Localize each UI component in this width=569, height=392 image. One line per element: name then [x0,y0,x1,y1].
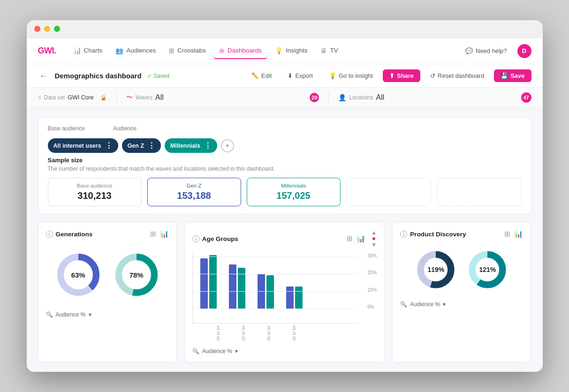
nav-item-dashboards[interactable]: ⊕ Dashboards [213,43,267,59]
minimize-button[interactable] [44,26,50,32]
location-icon: 👤 [338,94,346,101]
bar-16-24-blue[interactable] [200,258,208,309]
waves-icon: 〜 [126,93,133,102]
dashboard-header: ← Demographics dashboard ✓ Saved ✏️ Edit… [27,64,543,88]
gridline-20 [193,274,358,274]
main-content: Base audience Audience All internet user… [27,108,543,372]
locations-label: Locations [349,94,373,101]
sample-size-title: Sample size [48,157,522,164]
dashboard-title: Demographics dashboard [55,72,142,80]
reset-dashboard-button[interactable]: ↺ Reset dashboard [424,69,490,83]
product-chart-view-icon[interactable]: 📊 [514,230,523,238]
sample-cards: Base audience 310,213 Gen Z 153,188 Mill… [48,178,522,206]
lock-icon: 🔒 [100,95,107,101]
filter-divider-1 [116,93,117,102]
share-button[interactable]: ⬆ Share [383,69,420,82]
nav-item-tv[interactable]: 🖥 TV [315,43,343,59]
dataset-value: GWI Core [68,94,94,101]
scroll-down-arrow[interactable]: ▼ [371,242,377,248]
sample-millennials-value: 157,025 [254,190,334,201]
bar-25-34-blue[interactable] [229,264,236,309]
maximize-button[interactable] [54,26,60,32]
product-table-view-icon[interactable]: ⊞ [504,230,510,238]
dataset-filter[interactable]: ≡ Data set GWI Core 🔒 [38,94,107,101]
need-help-button[interactable]: 💬 Need help? [461,45,512,57]
donut-genz-label: 63% [71,271,85,279]
y-label-10: 10% [367,287,377,293]
reset-icon: ↺ [430,72,435,79]
nav-item-crosstabs[interactable]: ⊞ Crosstabs [163,43,212,59]
donut-millennials-label: 78% [129,271,144,279]
x-label-45-54: 45 to 54 [278,324,296,342]
app-body: GWI. 📊 Charts 👥 Audiences ⊞ Crosstabs ⊕ … [27,38,543,372]
chart-generations-title: i Generations [46,231,93,238]
locations-filter[interactable]: 👤 Locations All 47 [338,92,531,103]
dashboards-icon: ⊕ [219,47,225,54]
sample-genz-value: 153,188 [154,190,234,201]
go-to-insight-button[interactable]: 💡 Go to insight [323,69,379,83]
chart-product-footer[interactable]: 🔍 Audience % ▾ [400,301,523,308]
bar-group-16-24 [200,255,217,309]
chart-age-groups-footer[interactable]: 🔍 Audience % ▾ [192,348,377,354]
add-audience-button[interactable]: + [221,139,234,152]
charts-row: i Generations ⊞ 📊 [38,222,531,362]
sample-base-label: Base audience [55,183,135,188]
filter-list-icon: ≡ [38,94,41,101]
generations-donuts: 63% 78% [46,244,169,306]
product-dropdown-icon: ▾ [443,301,446,308]
waves-filter[interactable]: 〜 Waves All 20 [126,93,319,102]
gridline-0 [193,309,358,309]
back-button[interactable]: ← [38,70,49,82]
charts-icon: 📊 [73,47,81,54]
chip-all-internet-users[interactable]: All internet users ⋮ [48,138,118,153]
tv-icon: 🖥 [320,47,327,54]
chip-millennials-options-icon: ⋮ [204,141,212,150]
bar-45-54-teal[interactable] [295,286,303,309]
bar-chart-inner [192,253,358,324]
close-button[interactable] [34,26,40,32]
age-table-view-icon[interactable]: ⊞ [347,234,353,243]
product-info-icon[interactable]: i [400,231,407,238]
table-view-icon[interactable]: ⊞ [150,230,156,238]
top-nav: GWI. 📊 Charts 👥 Audiences ⊞ Crosstabs ⊕ … [27,38,543,64]
audience-label: Audience [113,125,137,132]
scroll-up-arrow[interactable]: ▲ [371,230,377,235]
audience-section: Base audience Audience All internet user… [38,117,531,214]
y-label-20: 20% [367,270,377,275]
nav-item-charts[interactable]: 📊 Charts [68,43,108,59]
chart-generations-header: i Generations ⊞ 📊 [46,230,169,238]
chart-generations-footer[interactable]: 🔍 Audience % ▾ [46,311,169,318]
bar-16-24-teal[interactable] [209,255,217,309]
sample-size-desc: The number of respondents that match the… [48,166,522,172]
chip-millennials[interactable]: Millennials ⋮ [165,138,217,153]
nav-item-audiences[interactable]: 👥 Audiences [110,43,161,59]
audiences-icon: 👥 [115,47,123,54]
filter-divider-2 [328,93,329,102]
nav-item-insights[interactable]: 💡 Insights [269,43,313,59]
age-groups-info-icon[interactable]: i [192,235,199,242]
donut-genz: 63% [55,251,102,298]
user-avatar[interactable]: D [517,44,531,58]
edit-icon: ✏️ [251,72,259,79]
chip-genz-options-icon: ⋮ [148,141,155,150]
waves-value: All [155,93,164,102]
product-donut-2: 121% [466,249,508,291]
edit-button[interactable]: ✏️ Edit [245,69,278,83]
export-icon: ⬇ [288,72,293,79]
chart-view-icon[interactable]: 📊 [160,230,169,238]
dashboard-actions: ✏️ Edit ⬇ Export 💡 Go to insight ⬆ Share… [245,69,531,83]
browser-titlebar [27,20,543,38]
sample-millennials-label: Millennials [254,183,334,188]
sample-size-section: Sample size The number of respondents th… [48,153,522,206]
bar-35-44-teal[interactable] [266,275,274,309]
bar-chart-area: 30% 20% 10% 0% [192,253,377,324]
x-axis-labels: 16 to 24 25 to 34 35 to 44 45 to 54 [192,324,377,342]
bar-45-54-blue[interactable] [286,286,294,309]
age-chart-view-icon[interactable]: 📊 [357,234,365,243]
sample-base-value: 310,213 [55,190,135,201]
save-button[interactable]: 💾 Save [494,69,531,82]
export-button[interactable]: ⬇ Export [281,69,319,83]
product-donut-1-label: 119% [427,266,444,273]
chip-gen-z[interactable]: Gen Z ⋮ [122,138,161,153]
generations-info-icon[interactable]: i [46,231,53,238]
